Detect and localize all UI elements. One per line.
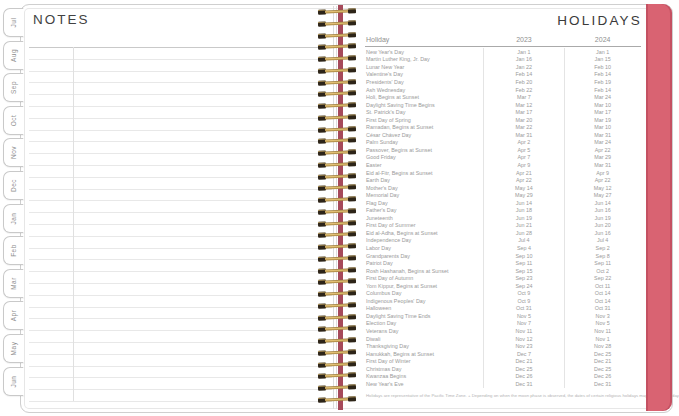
table-row: First Day of AutumnSep 23Sep 22 <box>365 274 641 282</box>
date-2023: Feb 14 <box>484 71 565 77</box>
tab-feb[interactable]: Feb <box>3 236 24 265</box>
date-2023: Nov 5 <box>484 313 565 319</box>
date-2023: Sep 4 <box>484 245 565 251</box>
date-2024: Jun 16 <box>564 230 641 236</box>
table-row: First Day of SummerJun 21Jun 20 <box>365 222 641 230</box>
table-row: Christmas DayDec 25Dec 25 <box>365 365 641 373</box>
holiday-name: Earth Day <box>365 177 484 183</box>
holiday-name: First Day of Winter <box>365 358 484 364</box>
date-2024: Mar 10 <box>564 124 641 130</box>
table-row: Columbus DayOct 9Oct 14 <box>365 290 641 298</box>
table-row: Election DayNov 7Nov 5 <box>365 320 641 328</box>
table-row: Lunar New YearJan 22Feb 10 <box>365 63 641 71</box>
holiday-name: First Day of Autumn <box>365 275 484 281</box>
date-2024: Dec 21 <box>564 358 641 364</box>
date-2024: Nov 5 <box>564 320 641 326</box>
holiday-name: Halloween <box>365 305 484 311</box>
holiday-name: Memorial Day <box>365 192 484 198</box>
date-2024: Dec 26 <box>564 373 641 379</box>
table-row: Thanksgiving DayNov 23Nov 28 <box>365 342 641 350</box>
tab-apr[interactable]: Apr <box>3 301 24 330</box>
table-row: First Day of SpringMar 20Mar 19 <box>365 116 641 124</box>
date-2024: Sep 8 <box>564 253 641 259</box>
date-2023: Dec 31 <box>484 381 565 387</box>
holiday-name: Mother's Day <box>365 185 484 191</box>
tab-may[interactable]: May <box>3 334 24 363</box>
coil <box>318 396 356 402</box>
tab-jul[interactable]: Jul <box>3 8 24 37</box>
tab-label: Feb <box>10 244 17 257</box>
tab-label: Sep <box>10 81 17 94</box>
tab-aug[interactable]: Aug <box>3 41 24 70</box>
tab-nov[interactable]: Nov <box>3 138 24 167</box>
notes-margin-line <box>73 47 74 401</box>
holiday-name: Kwanzaa Begins <box>365 373 484 379</box>
holiday-name: Ash Wednesday <box>365 87 484 93</box>
tab-sep[interactable]: Sep <box>3 73 24 102</box>
holiday-name: Easter <box>365 162 484 168</box>
holiday-name: César Chávez Day <box>365 132 484 138</box>
table-row: Earth DayApr 22Apr 22 <box>365 176 641 184</box>
table-row: EasterApr 9Mar 31 <box>365 161 641 169</box>
tab-jan[interactable]: Jan <box>3 204 24 233</box>
table-row: Holi, Begins at SunsetMar 7Mar 24 <box>365 93 641 101</box>
date-2024: Nov 3 <box>564 313 641 319</box>
date-2024: Nov 11 <box>564 328 641 334</box>
holidays-table-body: New Year's DayJan 1Jan 1Martin Luther Ki… <box>365 48 641 388</box>
date-2023: Jan 16 <box>484 56 565 62</box>
holiday-name: Indigenous Peoples' Day <box>365 298 484 304</box>
date-2023: Mar 31 <box>484 132 565 138</box>
date-2023: Sep 24 <box>484 283 565 289</box>
coil <box>318 361 356 367</box>
holiday-name: Valentine's Day <box>365 71 484 77</box>
holiday-name: Flag Day <box>365 200 484 206</box>
holiday-name: Passover, Begins at Sunset <box>365 147 484 153</box>
date-2024: Jun 20 <box>564 222 641 228</box>
tab-label: Apr <box>10 310 17 322</box>
date-2023: Mar 22 <box>484 124 565 130</box>
date-2024: Oct 14 <box>564 290 641 296</box>
holiday-name: Election Day <box>365 320 484 326</box>
table-row: Grandparents DaySep 10Sep 8 <box>365 252 641 260</box>
holiday-name: Martin Luther King, Jr. Day <box>365 56 484 62</box>
holiday-name: St. Patrick's Day <box>365 109 484 115</box>
date-2024: Sep 2 <box>564 245 641 251</box>
tab-oct[interactable]: Oct <box>3 106 24 135</box>
holiday-name: Independence Day <box>365 237 484 243</box>
date-2024: Sep 22 <box>564 275 641 281</box>
date-2023: May 14 <box>484 185 565 191</box>
holiday-name: Diwali <box>365 336 484 342</box>
table-row: César Chávez DayMar 31Mar 31 <box>365 131 641 139</box>
left-page-edge-2 <box>336 6 337 409</box>
holiday-name: Palm Sunday <box>365 139 484 145</box>
holiday-name: Rosh Hashanah, Begins at Sunset <box>365 268 484 274</box>
table-row: Presidents' DayFeb 20Feb 19 <box>365 78 641 86</box>
table-row: Martin Luther King, Jr. DayJan 16Jan 15 <box>365 56 641 64</box>
date-2023: Nov 23 <box>484 343 565 349</box>
holiday-name: Father's Day <box>365 207 484 213</box>
table-row: Veterans DayNov 11Nov 11 <box>365 327 641 335</box>
tab-mar[interactable]: Mar <box>3 269 24 298</box>
tab-label: Jun <box>10 375 17 387</box>
date-2024: Nov 1 <box>564 336 641 342</box>
date-2023: Jan 1 <box>484 49 565 55</box>
tab-jun[interactable]: Jun <box>3 367 24 396</box>
date-2023: Feb 20 <box>484 79 565 85</box>
date-2023: Mar 20 <box>484 117 565 123</box>
table-row: New Year's DayJan 1Jan 1 <box>365 48 641 56</box>
holiday-name: Lunar New Year <box>365 64 484 70</box>
table-row: Ramadan, Begins at SunsetMar 22Mar 10 <box>365 123 641 131</box>
tab-label: Jan <box>10 212 17 224</box>
date-2023: Apr 21 <box>484 170 565 176</box>
table-row: Daylight Saving Time EndsNov 5Nov 3 <box>365 312 641 320</box>
date-2024: Jun 14 <box>564 200 641 206</box>
table-row: DiwaliNov 12Nov 1 <box>365 335 641 343</box>
holiday-name: Ramadan, Begins at Sunset <box>365 124 484 130</box>
left-page-edge <box>333 6 334 409</box>
table-row: Ash WednesdayFeb 22Feb 14 <box>365 86 641 94</box>
table-row: New Year's EveDec 31Dec 31 <box>365 380 641 388</box>
table-row: Mother's DayMay 14May 12 <box>365 184 641 192</box>
coil <box>318 161 356 167</box>
coil <box>318 267 356 273</box>
tab-dec[interactable]: Dec <box>3 171 24 200</box>
